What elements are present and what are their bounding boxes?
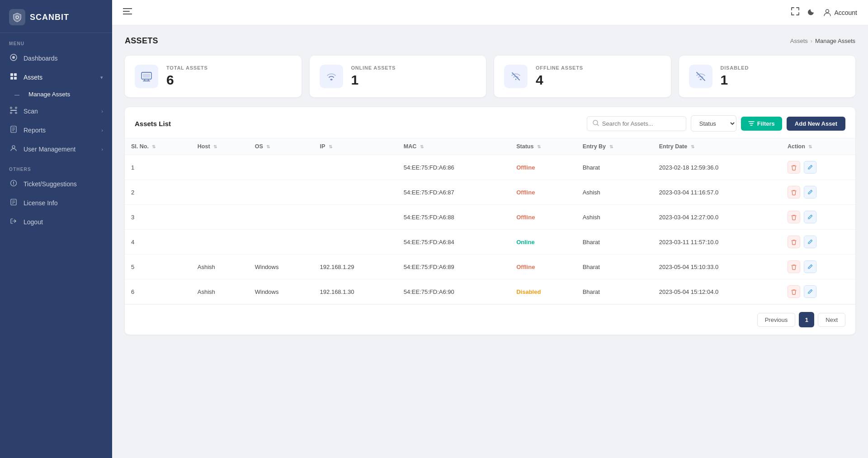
cell-os: [249, 230, 314, 255]
sidebar-item-ticket[interactable]: Ticket/Suggestions: [0, 175, 112, 194]
online-assets-value: 1: [351, 72, 476, 88]
table-row: 5 Ashish Windows 192.168.1.29 54:EE:75:F…: [125, 255, 855, 279]
previous-button[interactable]: Previous: [757, 313, 796, 327]
svg-point-19: [13, 184, 14, 185]
cell-ip: 192.168.1.29: [314, 255, 397, 279]
svg-point-17: [12, 146, 15, 148]
status-filter-select[interactable]: StatusOnlineOfflineDisabled: [691, 115, 736, 132]
total-assets-label: TOTAL ASSETS: [166, 65, 292, 71]
sidebar-license-label: License Info: [24, 199, 58, 207]
delete-button[interactable]: [788, 260, 800, 273]
logo-icon: [9, 9, 25, 25]
main-area: Account ASSETS Assets › Manage Assets: [112, 0, 868, 458]
table-row: 4 54:EE:75:FD:A6:84 Online Bharat 2023-0…: [125, 230, 855, 255]
stat-info-total: TOTAL ASSETS 6: [166, 65, 292, 88]
content-area: ASSETS Assets › Manage Assets: [112, 25, 868, 458]
svg-rect-7: [14, 77, 17, 80]
ticket-icon: [9, 179, 18, 189]
cell-os: [249, 205, 314, 230]
sidebar-logout-label: Logout: [24, 218, 43, 226]
edit-button[interactable]: [804, 186, 816, 198]
edit-button[interactable]: [804, 285, 816, 298]
sidebar-item-logout[interactable]: Logout: [0, 212, 112, 231]
search-input[interactable]: [602, 120, 680, 127]
sidebar-dashboards-label: Dashboards: [24, 55, 58, 62]
cell-entry-date: 2023-05-04 15:10:33.0: [653, 255, 781, 279]
cell-os: [249, 155, 314, 180]
delete-button[interactable]: [788, 285, 800, 298]
cell-entry-date: 2023-03-04 11:16:57.0: [653, 180, 781, 205]
next-button[interactable]: Next: [818, 313, 845, 327]
sidebar-item-assets[interactable]: Assets ▾: [0, 68, 112, 87]
delete-button[interactable]: [788, 161, 800, 174]
sidebar-menu-label: MENU: [0, 33, 112, 49]
cell-host: Ashish: [191, 279, 249, 304]
delete-button[interactable]: [788, 186, 800, 198]
cell-host: [191, 205, 249, 230]
add-new-asset-button[interactable]: Add New Asset: [787, 117, 845, 131]
svg-rect-8: [10, 110, 17, 111]
total-assets-icon-wrap: [135, 65, 158, 88]
page-number-1[interactable]: 1: [799, 312, 814, 327]
sidebar-item-scan[interactable]: Scan ›: [0, 102, 112, 121]
sidebar-item-user-management[interactable]: User Management ›: [0, 140, 112, 159]
disabled-value: 1: [721, 72, 846, 88]
delete-button[interactable]: [788, 211, 800, 223]
sidebar-user-management-label: User Management: [24, 146, 75, 153]
disabled-label: DISABLED: [721, 65, 846, 71]
account-label: Account: [834, 9, 857, 16]
cell-host: [191, 155, 249, 180]
topbar: Account: [112, 0, 868, 25]
sidebar-item-manage-assets[interactable]: Manage Assets: [0, 87, 112, 102]
svg-point-1: [16, 16, 18, 18]
sidebar-assets-label: Assets: [24, 74, 42, 81]
cell-entry-by: Bharat: [576, 255, 653, 279]
assets-table-card: Assets List StatusOnlineOfflineDisabled: [125, 107, 855, 335]
fullscreen-icon[interactable]: [791, 7, 799, 18]
cell-os: Windows: [249, 279, 314, 304]
license-icon: [9, 198, 18, 208]
sidebar-item-reports[interactable]: Reports ›: [0, 121, 112, 140]
delete-button[interactable]: [788, 236, 800, 248]
search-icon: [593, 120, 599, 127]
assets-icon: [9, 73, 18, 82]
cell-ip: [314, 155, 397, 180]
filters-button[interactable]: Filters: [741, 117, 782, 131]
cell-action: [781, 205, 855, 230]
cell-mac: 54:EE:75:FD:A6:87: [397, 180, 510, 205]
topbar-actions: Account: [791, 7, 857, 18]
svg-rect-11: [10, 112, 12, 113]
svg-rect-33: [143, 74, 150, 78]
edit-button[interactable]: [804, 161, 816, 174]
cell-status: Online: [510, 230, 576, 255]
edit-button[interactable]: [804, 211, 816, 223]
cell-sl: 3: [125, 205, 191, 230]
account-button[interactable]: Account: [823, 9, 857, 17]
cell-sl: 5: [125, 255, 191, 279]
cell-status: Offline: [510, 180, 576, 205]
sidebar-others-label: OTHERS: [0, 159, 112, 175]
cell-entry-by: Bharat: [576, 230, 653, 255]
sidebar-reports-label: Reports: [24, 127, 46, 134]
cell-os: [249, 180, 314, 205]
svg-rect-4: [10, 73, 13, 76]
breadcrumb: Assets › Manage Assets: [790, 38, 855, 44]
col-ip: IP ⇅: [314, 138, 397, 155]
reports-icon: [9, 126, 18, 135]
svg-rect-5: [14, 73, 17, 76]
reports-chevron-icon: ›: [101, 127, 103, 133]
svg-point-28: [826, 9, 829, 13]
stats-row: TOTAL ASSETS 6 ONLINE ASSETS 1: [125, 56, 855, 97]
user-mgmt-chevron-icon: ›: [101, 146, 103, 152]
stat-card-disabled: DISABLED 1: [679, 56, 856, 97]
edit-button[interactable]: [804, 236, 816, 248]
cell-mac: 54:EE:75:FD:A6:90: [397, 279, 510, 304]
sidebar-logo: SCANBIT: [0, 0, 112, 33]
svg-rect-12: [15, 112, 17, 113]
edit-button[interactable]: [804, 260, 816, 273]
dark-mode-icon[interactable]: [807, 8, 815, 18]
sidebar-ticket-label: Ticket/Suggestions: [24, 180, 77, 188]
menu-toggle-icon[interactable]: [123, 8, 132, 17]
sidebar-item-dashboards[interactable]: Dashboards: [0, 49, 112, 68]
sidebar-item-license[interactable]: License Info: [0, 194, 112, 212]
